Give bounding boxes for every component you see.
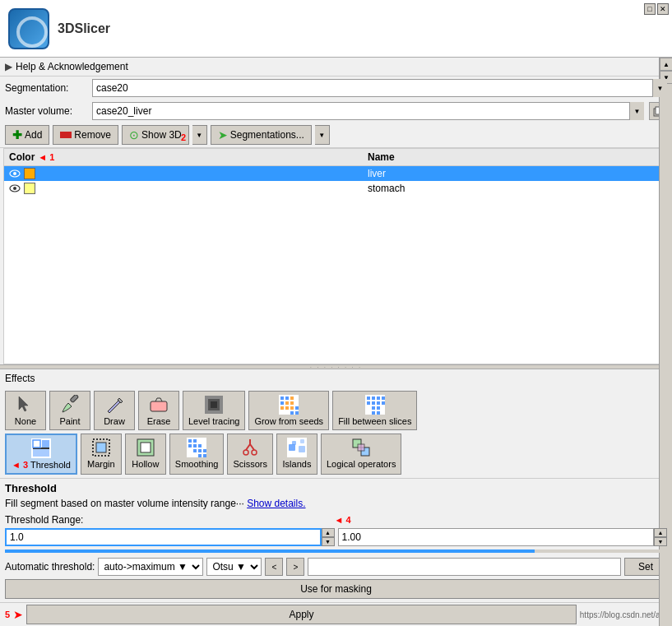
svg-rect-31	[372, 406, 375, 410]
svg-rect-34	[377, 411, 380, 415]
annotation-2: 2	[181, 132, 186, 142]
show-3d-dropdown[interactable]: ▼	[192, 125, 207, 145]
plus-icon: ✚	[12, 128, 22, 141]
svg-rect-20	[290, 406, 294, 410]
threshold-max-spin[interactable]: ▲ ▼	[654, 528, 667, 546]
svg-point-57	[243, 450, 248, 455]
threshold-max-input[interactable]	[338, 528, 655, 546]
help-row[interactable]: ▶ Help & Acknowledgement	[0, 58, 672, 77]
svg-rect-7	[151, 401, 167, 411]
segment-table: Color ◄ 1 Name	[4, 149, 668, 196]
color-swatch	[24, 183, 35, 194]
threshold-slider[interactable]	[5, 549, 667, 553]
svg-rect-69	[358, 444, 364, 451]
effect-margin-btn[interactable]: Margin	[81, 434, 122, 475]
visibility-icon[interactable]	[9, 184, 21, 192]
effect-threshold-btn[interactable]: ◄ 3 Threshold	[5, 434, 77, 475]
effect-paint-btn[interactable]: Paint	[49, 391, 90, 430]
effects-toolbar-row2: ◄ 3 Threshold Margin Hollow	[0, 434, 672, 478]
master-volume-select[interactable]: case20_liver	[92, 102, 644, 120]
minimize-btn[interactable]: □	[644, 3, 656, 15]
effect-scissors-btn[interactable]: Scissors	[227, 434, 273, 475]
segmentation-select[interactable]: case20	[92, 79, 667, 97]
auto-method-select[interactable]: auto->maximum ▼	[98, 558, 203, 576]
title-bar: □ ✕ 3DSlicer	[0, 0, 672, 58]
close-btn[interactable]: ✕	[657, 3, 669, 15]
svg-rect-10	[211, 401, 217, 408]
annotation-3: ◄ 3	[12, 460, 28, 470]
threshold-inputs: ▲ ▼ ◄ 4 ▲ ▼	[5, 528, 667, 546]
segmentation-select-wrapper: case20 ▼	[92, 79, 667, 97]
svg-rect-47	[188, 439, 192, 443]
effect-erase-label: Erase	[147, 416, 171, 426]
svg-rect-13	[285, 396, 289, 400]
show-3d-button[interactable]: ⊙ Show 3D	[122, 125, 189, 145]
use-for-masking-btn[interactable]: Use for masking	[5, 579, 667, 599]
effect-smoothing-btn[interactable]: Smoothing	[169, 434, 225, 475]
fill-between-slices-icon	[365, 395, 385, 415]
spin-up-btn[interactable]: ▲	[322, 528, 335, 537]
nav-prev-btn[interactable]: <	[265, 558, 283, 576]
threshold-min-input[interactable]	[5, 528, 322, 546]
effect-fill-between-slices-btn[interactable]: Fill between slices	[332, 391, 417, 430]
effect-logical-operators-btn[interactable]: Logical operators	[321, 434, 401, 475]
threshold-icon	[31, 438, 51, 458]
svg-line-60	[250, 444, 254, 450]
svg-rect-36	[382, 401, 385, 405]
svg-point-5	[13, 187, 16, 190]
svg-rect-27	[377, 396, 380, 400]
show-3d-icon: ⊙	[129, 128, 139, 141]
effect-smoothing-label: Smoothing	[175, 459, 219, 469]
svg-rect-63	[289, 444, 295, 451]
svg-point-58	[252, 450, 257, 455]
visibility-icon[interactable]	[9, 169, 21, 178]
auto-value-input[interactable]	[308, 558, 621, 576]
threshold-description: Fill segment based on master volume inte…	[5, 498, 667, 509]
grow-from-seeds-icon	[279, 395, 299, 415]
svg-rect-66	[300, 439, 304, 443]
add-button[interactable]: ✚ Add	[5, 125, 49, 145]
hollow-icon	[136, 438, 155, 457]
segmentations-icon: ➤	[218, 128, 228, 141]
apply-btn[interactable]: Apply	[26, 605, 577, 624]
app-logo	[8, 8, 49, 49]
remove-button[interactable]: Remove	[53, 125, 118, 145]
action-buttons: Use for masking	[5, 579, 667, 599]
segmentations-button[interactable]: ➤ Segmentations...	[211, 125, 312, 145]
nav-next-btn[interactable]: >	[286, 558, 304, 576]
spin-down-btn-right[interactable]: ▼	[654, 537, 667, 546]
scroll-up-btn[interactable]: ▲	[660, 58, 672, 71]
draw-icon	[104, 395, 124, 415]
level-tracing-icon	[204, 395, 224, 415]
color-swatch	[24, 168, 35, 179]
table-row[interactable]: stomach	[4, 181, 668, 196]
svg-rect-45	[141, 443, 151, 452]
row-name-cell: liver	[363, 166, 668, 182]
effect-none-label: None	[15, 416, 36, 426]
effect-hollow-btn[interactable]: Hollow	[125, 434, 166, 475]
smoothing-icon	[187, 438, 206, 457]
effect-draw-btn[interactable]: Draw	[94, 391, 135, 430]
window-controls[interactable]: □ ✕	[644, 3, 669, 15]
effect-grow-from-seeds-btn[interactable]: Grow from seeds	[248, 391, 329, 430]
threshold-min-spin[interactable]: ▲ ▼	[322, 528, 335, 546]
islands-icon	[287, 438, 307, 457]
spin-up-btn-right[interactable]: ▲	[654, 528, 667, 537]
svg-rect-56	[203, 454, 206, 457]
bottom-bar: 5 ➤ Apply https://blog.csdn.net/a...	[0, 602, 672, 626]
auto-algorithm-select[interactable]: Otsu ▼	[206, 558, 262, 576]
segmentations-dropdown[interactable]: ▼	[315, 125, 330, 145]
table-row[interactable]: liver	[4, 166, 668, 182]
effect-hollow-label: Hollow	[132, 459, 159, 469]
svg-rect-26	[372, 396, 375, 400]
threshold-desc-text: Fill segment based on master volume inte…	[5, 498, 244, 509]
svg-rect-41	[42, 440, 49, 447]
effect-none-btn[interactable]: None	[5, 391, 46, 430]
app-title: 3DSlicer	[58, 21, 110, 36]
spin-down-btn[interactable]: ▼	[322, 537, 335, 546]
svg-rect-33	[372, 411, 375, 415]
show-details-link[interactable]: Show details.	[247, 498, 305, 509]
effect-level-tracing-btn[interactable]: Level tracing	[183, 391, 245, 430]
effect-islands-btn[interactable]: Islands	[276, 434, 317, 475]
effect-erase-btn[interactable]: Erase	[138, 391, 179, 430]
